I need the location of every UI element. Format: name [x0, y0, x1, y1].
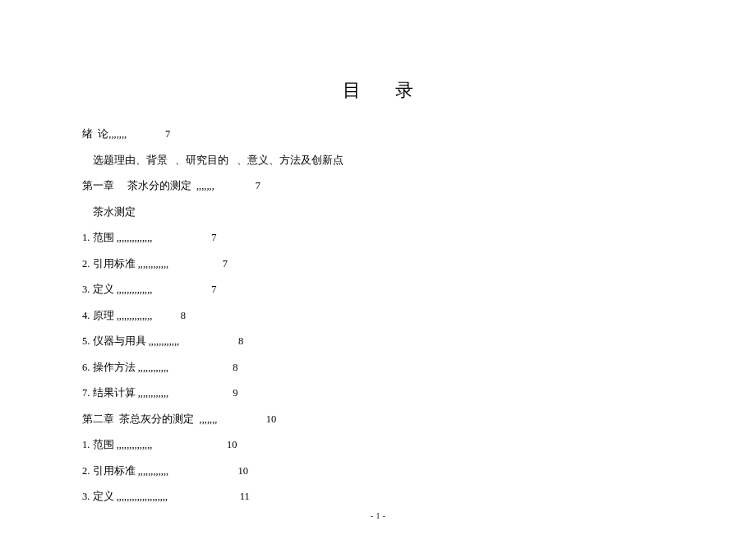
toc-intro-heading: 绪 论,,,,,,, 7 [82, 127, 674, 142]
toc-chapter-1-heading: 第一章 茶水分的测定 ,,,,,,, 7 [82, 179, 674, 194]
toc-section-scope-2: 1. 范围 ,,,,,,,,,,,,,, 10 [82, 438, 674, 453]
toc-text: 2. 引用标准 ,,,,,,,,,,,, [82, 464, 168, 479]
toc-section-operation: 6. 操作方法 ,,,,,,,,,,,, 8 [82, 361, 674, 376]
toc-page: 7 [152, 283, 216, 297]
toc-text: 绪 论,,,,,,, [82, 127, 127, 142]
toc-section-scope: 1. 范围 ,,,,,,,,,,,,,, 7 [82, 231, 674, 246]
toc-section-references-2: 2. 引用标准 ,,,,,,,,,,,, 10 [82, 464, 674, 479]
toc-page: 7 [127, 127, 170, 142]
toc-page: 7 [214, 179, 260, 194]
page-title: 目 录 [0, 0, 756, 127]
toc-page: 10 [168, 464, 248, 479]
toc-text: 5. 仪器与用具 ,,,,,,,,,,,, [82, 334, 179, 349]
toc-text: 4. 原理 ,,,,,,,,,,,,,, [82, 309, 152, 324]
toc-text: 第二章 茶总灰分的测定 ,,,,,,, [82, 413, 217, 427]
toc-section-definition-2: 3. 定义 ,,,,,,,,,,,,,,,,,,,, 11 [82, 490, 674, 505]
toc-section-references: 2. 引用标准 ,,,,,,,,,,,, 7 [82, 257, 674, 272]
toc-text: 第一章 茶水分的测定 ,,,,,,, [82, 179, 214, 194]
toc-content: 绪 论,,,,,,, 7 选题理由、背景 、研究目的 、意义、方法及创新点 第一… [0, 127, 756, 505]
toc-text: 7. 结果计算 ,,,,,,,,,,,, [82, 386, 168, 401]
toc-section-definition: 3. 定义 ,,,,,,,,,,,,,, 7 [82, 283, 674, 297]
toc-chapter-2-heading: 第二章 茶总灰分的测定 ,,,,,,, 10 [82, 413, 674, 427]
toc-text: 2. 引用标准 ,,,,,,,,,,,, [82, 257, 168, 272]
toc-section-calculation: 7. 结果计算 ,,,,,,,,,,,, 9 [82, 386, 674, 401]
toc-text: 6. 操作方法 ,,,,,,,,,,,, [82, 361, 168, 376]
toc-text: 选题理由、背景 、研究目的 、意义、方法及创新点 [93, 154, 343, 168]
toc-text: 1. 范围 ,,,,,,,,,,,,,, [82, 438, 152, 453]
toc-text: 1. 范围 ,,,,,,,,,,,,,, [82, 231, 152, 246]
toc-page: 7 [152, 231, 216, 246]
toc-text: 3. 定义 ,,,,,,,,,,,,,,,,,,,, [82, 490, 168, 505]
toc-text: 茶水测定 [93, 205, 136, 220]
toc-page: 8 [179, 334, 243, 349]
toc-section-principle: 4. 原理 ,,,,,,,,,,,,,, 8 [82, 309, 674, 324]
toc-intro-subtitle: 选题理由、背景 、研究目的 、意义、方法及创新点 [82, 154, 674, 168]
toc-page: 11 [168, 490, 250, 505]
toc-section-instruments: 5. 仪器与用具 ,,,,,,,,,,,, 8 [82, 334, 674, 349]
toc-page: 8 [168, 361, 237, 376]
toc-page: 10 [152, 438, 237, 453]
toc-page: 9 [168, 386, 237, 401]
page-footer: - 1 - [0, 510, 756, 520]
toc-chapter-1-subtitle: 茶水测定 [82, 205, 674, 220]
toc-page: 8 [152, 309, 186, 324]
toc-page: 10 [217, 413, 276, 427]
toc-text: 3. 定义 ,,,,,,,,,,,,,, [82, 283, 152, 297]
toc-page: 7 [168, 257, 228, 272]
